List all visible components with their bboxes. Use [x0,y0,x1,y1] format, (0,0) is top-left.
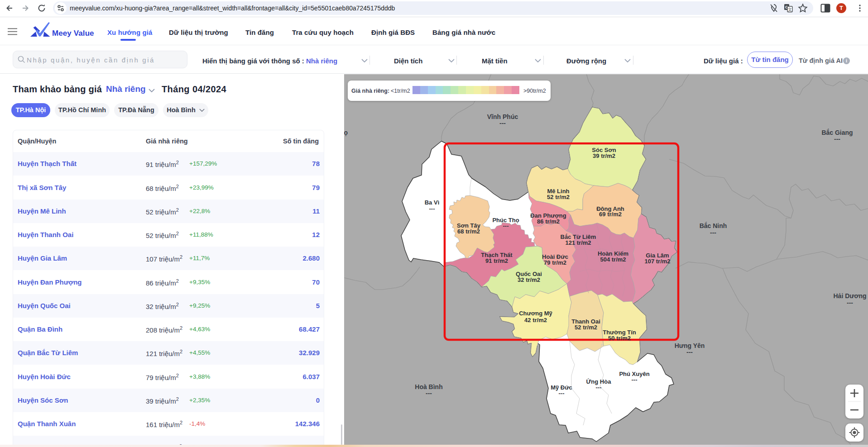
svg-text:68 tr/m2: 68 tr/m2 [457,228,480,235]
svg-text:文: 文 [788,7,792,12]
svg-text:52 tr/m2: 52 tr/m2 [547,194,570,200]
svg-text:86 tr/m2: 86 tr/m2 [537,218,560,225]
svg-text:121 tr/m2: 121 tr/m2 [565,239,591,246]
svg-text:107 tr/m2: 107 tr/m2 [644,258,670,265]
svg-text:---: --- [559,390,565,397]
svg-text:---: --- [710,229,716,236]
svg-text:Ba Vì: Ba Vì [425,199,440,206]
svg-text:---: --- [499,119,506,127]
svg-text:---: --- [429,205,435,212]
svg-text:---: --- [847,299,853,306]
svg-text:69 tr/m2: 69 tr/m2 [599,211,622,218]
svg-text:---: --- [596,384,602,391]
svg-text:Chương Mỹ: Chương Mỹ [519,310,552,317]
svg-text:79 tr/m2: 79 tr/m2 [544,259,566,266]
svg-text:---: --- [834,135,840,143]
svg-text:---: --- [426,390,432,397]
svg-text:---: --- [632,376,638,383]
svg-text:50 tr/m2: 50 tr/m2 [608,335,631,342]
svg-text:---: --- [503,223,509,229]
svg-text:504 tr/m2: 504 tr/m2 [600,256,626,263]
svg-text:32 tr/m2: 32 tr/m2 [518,276,540,283]
svg-text:Hải Dương: Hải Dương [834,292,867,300]
svg-text:91 tr/m2: 91 tr/m2 [485,257,508,264]
svg-text:52 tr/m2: 52 tr/m2 [575,324,597,331]
svg-text:Bắc Ninh: Bắc Ninh [700,222,727,229]
svg-text:i: i [846,58,847,63]
svg-text:39 tr/m2: 39 tr/m2 [593,152,615,159]
svg-text:42 tr/m2: 42 tr/m2 [524,317,547,323]
svg-text:Phú Thọ: Phú Thọ [344,129,348,136]
svg-text:---: --- [686,348,693,356]
